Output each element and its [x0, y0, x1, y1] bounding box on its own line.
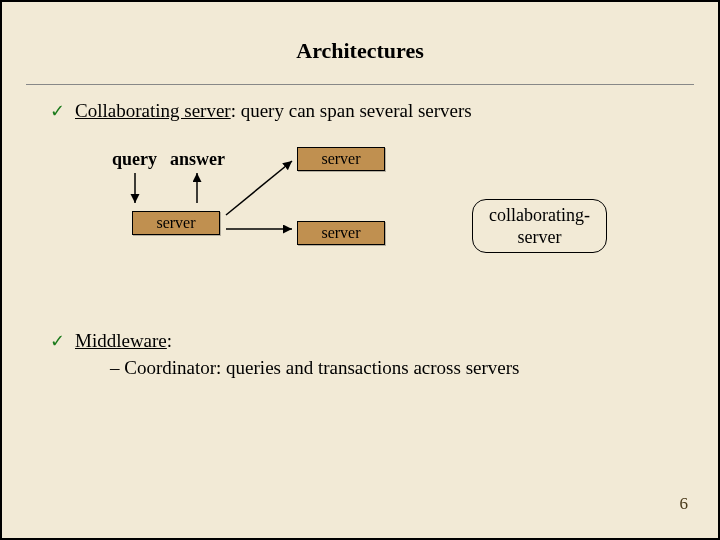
bullet-1: ✓ Collaborating server: query can span s… — [50, 99, 718, 123]
check-icon: ✓ — [50, 329, 65, 353]
page-number: 6 — [680, 494, 689, 514]
bullet-1-underline: Collaborating server — [75, 100, 231, 121]
collab-line-2: server — [517, 227, 561, 247]
server-box-bottom: server — [297, 221, 385, 245]
bullet-2-underline: Middleware — [75, 330, 167, 351]
bullet-1-rest: : query can span several servers — [231, 100, 472, 121]
diagram-area: query answer server server server collab… — [2, 141, 718, 301]
svg-line-2 — [226, 161, 292, 215]
server-box-top: server — [297, 147, 385, 171]
bullet-2: ✓ Middleware: — [50, 329, 718, 353]
label-query: query — [112, 149, 157, 170]
subbullet-1: – Coordinator: queries and transactions … — [110, 357, 718, 379]
slide-title: Architectures — [2, 38, 718, 64]
bullet-1-text: Collaborating server: query can span sev… — [75, 99, 472, 123]
check-icon: ✓ — [50, 99, 65, 123]
divider — [26, 84, 694, 85]
collab-box: collaborating- server — [472, 199, 607, 253]
server-box-left: server — [132, 211, 220, 235]
bullet-2-rest: : — [167, 330, 172, 351]
bullet-2-text: Middleware: — [75, 329, 172, 353]
label-answer: answer — [170, 149, 225, 170]
collab-line-1: collaborating- — [489, 205, 590, 225]
